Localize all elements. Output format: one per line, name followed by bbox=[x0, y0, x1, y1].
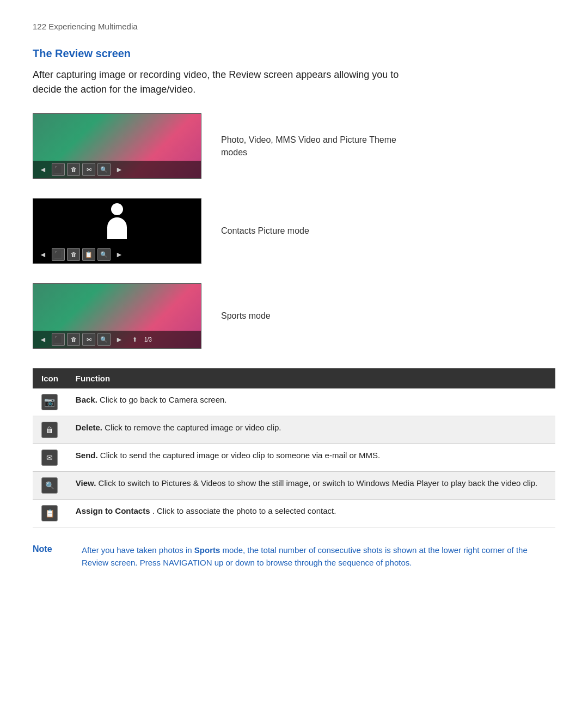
note-text: After you have taken photos in Sports mo… bbox=[82, 544, 555, 569]
table-row: 📷 Back. Click to go back to Camera scree… bbox=[33, 388, 555, 416]
nav-right-btn-2[interactable]: ► bbox=[113, 248, 126, 261]
view-btn-3[interactable]: 🔍 bbox=[97, 333, 111, 346]
icon-cell-assign: 📋 bbox=[33, 500, 67, 527]
function-bold-back: Back. bbox=[76, 395, 97, 404]
function-bold-assign: Assign to Contacts bbox=[76, 506, 150, 515]
screenshot-row-sports: ◄ ⬛ 🗑 ✉ 🔍 ► ⬆ 1/3 Sports mode bbox=[33, 283, 555, 349]
send-icon: ✉ bbox=[41, 449, 58, 466]
function-cell-view: View. Click to switch to Pictures & Vide… bbox=[67, 472, 555, 500]
caption-photo-mode: Photo, Video, MMS Video and Picture Them… bbox=[221, 133, 406, 159]
function-rest-view: Click to switch to Pictures & Videos to … bbox=[99, 478, 538, 488]
function-rest-send: Click to send the captured image or vide… bbox=[100, 451, 380, 460]
toolbar-contacts: ◄ ⬛ 🗑 📋 🔍 ► bbox=[33, 246, 201, 263]
back-btn[interactable]: ⬛ bbox=[52, 163, 65, 176]
function-rest-delete: Click to remove the captured image or vi… bbox=[105, 423, 281, 432]
function-cell-send: Send. Click to send the captured image o… bbox=[67, 444, 555, 472]
delete-btn-2[interactable]: 🗑 bbox=[67, 248, 80, 261]
view-btn[interactable]: 🔍 bbox=[97, 163, 111, 176]
function-bold-view: View. bbox=[76, 478, 96, 488]
icon-cell-back: 📷 bbox=[33, 388, 67, 416]
toolbar-sports: ◄ ⬛ 🗑 ✉ 🔍 ► ⬆ 1/3 bbox=[33, 331, 201, 348]
nav-left-btn-3[interactable]: ◄ bbox=[36, 333, 50, 346]
assign-btn[interactable]: 📋 bbox=[82, 248, 95, 261]
table-row: 📋 Assign to Contacts . Click to associat… bbox=[33, 500, 555, 527]
view-icon: 🔍 bbox=[41, 477, 58, 494]
table-row: ✉ Send. Click to send the captured image… bbox=[33, 444, 555, 472]
assign-contacts-icon: 📋 bbox=[41, 505, 58, 521]
note-section: Note After you have taken photos in Spor… bbox=[33, 544, 555, 569]
function-rest-back: Click to go back to Camera screen. bbox=[100, 395, 226, 404]
delete-btn-3[interactable]: 🗑 bbox=[67, 333, 80, 346]
function-bold-delete: Delete. bbox=[76, 423, 102, 432]
icon-cell-send: ✉ bbox=[33, 444, 67, 472]
note-text-before: After you have taken photos in bbox=[82, 545, 194, 555]
icon-cell-view: 🔍 bbox=[33, 472, 67, 500]
send-btn-3[interactable]: ✉ bbox=[82, 333, 95, 346]
function-cell-delete: Delete. Click to remove the captured ima… bbox=[67, 416, 555, 444]
section-title: The Review screen bbox=[33, 47, 555, 60]
back-icon: 📷 bbox=[41, 394, 58, 410]
function-cell-assign: Assign to Contacts . Click to associate … bbox=[67, 500, 555, 527]
person-silhouette bbox=[103, 203, 131, 241]
caption-contacts-mode: Contacts Picture mode bbox=[221, 224, 309, 237]
back-btn-2[interactable]: ⬛ bbox=[52, 248, 65, 261]
note-label: Note bbox=[33, 544, 65, 554]
screenshot-sports-mode: ◄ ⬛ 🗑 ✉ 🔍 ► ⬆ 1/3 bbox=[33, 283, 201, 349]
intro-text: After capturing image or recording video… bbox=[33, 68, 414, 97]
function-rest-assign: . Click to associate the photo to a sele… bbox=[152, 506, 336, 515]
delete-icon: 🗑 bbox=[41, 422, 58, 438]
nav-right-btn-3[interactable]: ► bbox=[113, 333, 126, 346]
toolbar-photo: ◄ ⬛ 🗑 ✉ 🔍 ► bbox=[33, 161, 201, 178]
table-row: 🗑 Delete. Click to remove the captured i… bbox=[33, 416, 555, 444]
back-btn-3[interactable]: ⬛ bbox=[52, 333, 65, 346]
send-btn[interactable]: ✉ bbox=[82, 163, 95, 176]
delete-btn[interactable]: 🗑 bbox=[67, 163, 80, 176]
nav-left-btn[interactable]: ◄ bbox=[36, 163, 50, 176]
caption-sports-mode: Sports mode bbox=[221, 309, 271, 322]
screenshot-photo-mode: ◄ ⬛ 🗑 ✉ 🔍 ► bbox=[33, 113, 201, 179]
screenshot-row-photo: ◄ ⬛ 🗑 ✉ 🔍 ► Photo, Video, MMS Video and … bbox=[33, 113, 555, 179]
table-header-icon: Icon bbox=[33, 368, 67, 388]
nav-left-btn-2[interactable]: ◄ bbox=[36, 248, 50, 261]
table-row: 🔍 View. Click to switch to Pictures & Vi… bbox=[33, 472, 555, 500]
counter-label: 1/3 bbox=[144, 337, 152, 343]
table-header-function: Function bbox=[67, 368, 555, 388]
note-text-bold: Sports bbox=[194, 545, 220, 555]
icon-cell-delete: 🗑 bbox=[33, 416, 67, 444]
view-btn-2[interactable]: 🔍 bbox=[97, 248, 111, 261]
function-cell-back: Back. Click to go back to Camera screen. bbox=[67, 388, 555, 416]
screenshot-row-contacts: ◄ ⬛ 🗑 📋 🔍 ► Contacts Picture mode bbox=[33, 198, 555, 264]
page-header: 122 Experiencing Multimedia bbox=[33, 22, 555, 31]
function-bold-send: Send. bbox=[76, 451, 98, 460]
screenshot-contacts-mode: ◄ ⬛ 🗑 📋 🔍 ► bbox=[33, 198, 201, 264]
nav-right-btn[interactable]: ► bbox=[113, 163, 126, 176]
nav-up-btn[interactable]: ⬆ bbox=[128, 333, 141, 346]
icon-function-table: Icon Function 📷 Back. Click to go back t… bbox=[33, 368, 555, 527]
